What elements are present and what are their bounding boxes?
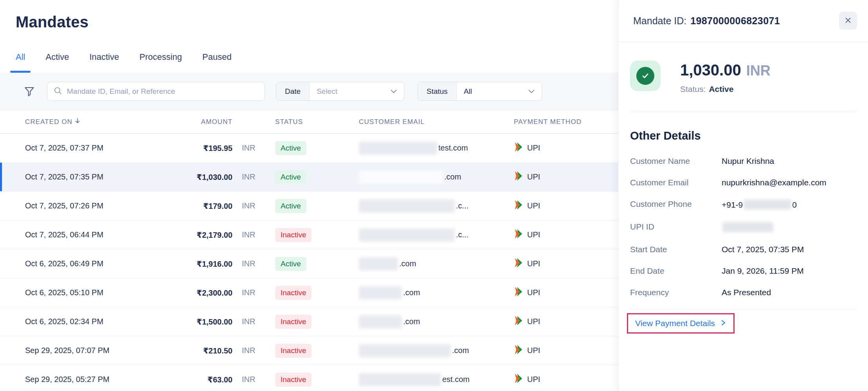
upi-icon: [514, 200, 523, 212]
cell-created-on: Oct 6, 2025, 05:10 PM: [25, 288, 174, 297]
table-row[interactable]: Oct 7, 2025, 06:44 PM ₹2,179.00 INR Inac…: [0, 221, 618, 249]
status-badge: Inactive: [275, 315, 312, 329]
table-row[interactable]: Sep 29, 2025, 05:27 PM ₹63.00 INR Inacti…: [0, 365, 618, 391]
table-row[interactable]: Oct 7, 2025, 07:35 PM ₹1,030.00 INR Acti…: [0, 163, 618, 192]
view-payment-details-highlight[interactable]: View Payment Details: [627, 313, 735, 334]
redacted-email: [359, 286, 402, 300]
cell-status: Active: [268, 199, 351, 213]
upi-icon: [514, 229, 523, 241]
payment-method-label: UPI: [527, 172, 540, 181]
detail-value: [722, 222, 774, 232]
cell-amount: ₹1,030.00: [174, 172, 232, 182]
cell-created-on: Oct 7, 2025, 07:37 PM: [25, 143, 174, 152]
cell-customer-email: .com: [351, 344, 506, 357]
tab-processing[interactable]: Processing: [134, 50, 187, 73]
table-row[interactable]: Oct 6, 2025, 02:34 PM ₹1,500.00 INR Inac…: [0, 307, 618, 336]
email-suffix: test.com: [438, 143, 468, 152]
table-row[interactable]: Oct 7, 2025, 07:37 PM ₹195.95 INR Active…: [0, 134, 618, 163]
detail-label: Customer Email: [630, 178, 722, 187]
main-content: Mandates All Active Inactive Processing …: [0, 0, 618, 391]
mandate-currency: INR: [746, 63, 771, 79]
date-filter-value: Select: [310, 82, 337, 100]
column-header-created-on[interactable]: Created On: [25, 117, 174, 126]
redacted-email: [359, 199, 455, 213]
redacted-email: [359, 344, 451, 357]
cell-created-on: Oct 7, 2025, 07:26 PM: [25, 201, 174, 210]
status-badge: Active: [275, 199, 306, 213]
cell-amount: ₹1,500.00: [174, 317, 232, 326]
redacted-email: [359, 170, 443, 184]
email-suffix: est.com: [442, 375, 470, 384]
table-row[interactable]: Oct 6, 2025, 06:49 PM ₹1,916.00 INR Acti…: [0, 249, 618, 278]
email-suffix: .com: [444, 172, 461, 181]
tab-active[interactable]: Active: [40, 50, 74, 73]
status-badge: Active: [275, 141, 306, 155]
redacted-email: [359, 315, 402, 328]
redacted-value: [744, 199, 791, 210]
email-suffix: .com: [452, 346, 469, 355]
cell-status: Inactive: [268, 286, 351, 300]
cell-currency: INR: [232, 288, 268, 297]
detail-value: As Presented: [722, 288, 771, 297]
detail-label: Start Date: [630, 245, 722, 254]
detail-label: UPI ID: [630, 222, 722, 232]
cell-created-on: Oct 6, 2025, 06:49 PM: [25, 259, 174, 268]
table-row[interactable]: Oct 7, 2025, 07:26 PM ₹179.00 INR Active…: [0, 192, 618, 221]
detail-value: Jan 9, 2026, 11:59 PM: [722, 266, 804, 275]
close-panel-button[interactable]: [839, 12, 857, 30]
upi-icon: [514, 171, 523, 183]
cell-created-on: Sep 29, 2025, 05:27 PM: [25, 375, 174, 384]
table-body: Oct 7, 2025, 07:37 PM ₹195.95 INR Active…: [0, 134, 618, 391]
chevron-down-icon: [528, 88, 535, 95]
cell-payment-method: UPI: [506, 287, 618, 299]
cell-payment-method: UPI: [506, 344, 618, 357]
cell-currency: INR: [232, 346, 268, 355]
email-suffix: .com: [403, 317, 420, 326]
cell-created-on: Oct 6, 2025, 02:34 PM: [25, 317, 174, 326]
cell-status: Active: [268, 257, 351, 271]
cell-customer-email: est.com: [351, 373, 506, 386]
status-badge: Inactive: [275, 373, 312, 387]
active-tab-underline: [10, 71, 31, 73]
status-filter-dropdown[interactable]: Status All: [418, 82, 542, 101]
detail-value: Nupur Krishna: [722, 156, 774, 165]
upi-icon: [514, 287, 523, 299]
table-header: Created On Amount Status Customer Email …: [0, 110, 618, 134]
cell-payment-method: UPI: [506, 171, 618, 183]
cell-status: Inactive: [268, 373, 351, 387]
status-badge: Inactive: [275, 228, 312, 242]
payment-method-label: UPI: [527, 288, 540, 297]
view-payment-details-link[interactable]: View Payment Details: [635, 319, 715, 328]
detail-row: Frequency As Presented: [630, 288, 868, 297]
detail-row: Customer Name Nupur Krishna: [630, 156, 868, 165]
payment-method-label: UPI: [527, 201, 540, 210]
upi-icon: [514, 258, 523, 270]
divider: [630, 112, 857, 112]
status-filter-value: All: [457, 82, 472, 100]
date-filter-dropdown[interactable]: Date Select: [276, 82, 404, 101]
table-row[interactable]: Sep 29, 2025, 07:07 PM ₹210.50 INR Inact…: [0, 336, 618, 365]
cell-currency: INR: [232, 317, 268, 326]
cell-created-on: Oct 7, 2025, 06:44 PM: [25, 230, 174, 239]
cell-currency: INR: [232, 259, 268, 268]
cell-customer-email: .com: [351, 315, 506, 328]
tab-inactive[interactable]: Inactive: [84, 50, 124, 73]
table-row[interactable]: Oct 6, 2025, 05:10 PM ₹2,300.00 INR Inac…: [0, 278, 618, 307]
detail-label: Frequency: [630, 288, 722, 297]
status-filter-label: Status: [418, 82, 457, 100]
cell-payment-method: UPI: [506, 258, 618, 270]
mandate-status: Status:Active: [680, 84, 771, 94]
other-details-title: Other Details: [630, 129, 868, 142]
email-suffix: .com: [399, 259, 416, 268]
cell-currency: INR: [232, 230, 268, 239]
tab-all[interactable]: All: [10, 50, 31, 73]
tab-paused[interactable]: Paused: [197, 50, 237, 73]
cell-amount: ₹2,179.00: [174, 230, 232, 240]
search-box[interactable]: [47, 82, 265, 101]
cell-status: Active: [268, 170, 351, 184]
cell-currency: INR: [232, 143, 268, 152]
redacted-email: [359, 142, 437, 155]
chevron-right-icon: [715, 319, 726, 328]
search-input[interactable]: [67, 87, 258, 96]
filter-funnel-icon[interactable]: [23, 86, 35, 97]
